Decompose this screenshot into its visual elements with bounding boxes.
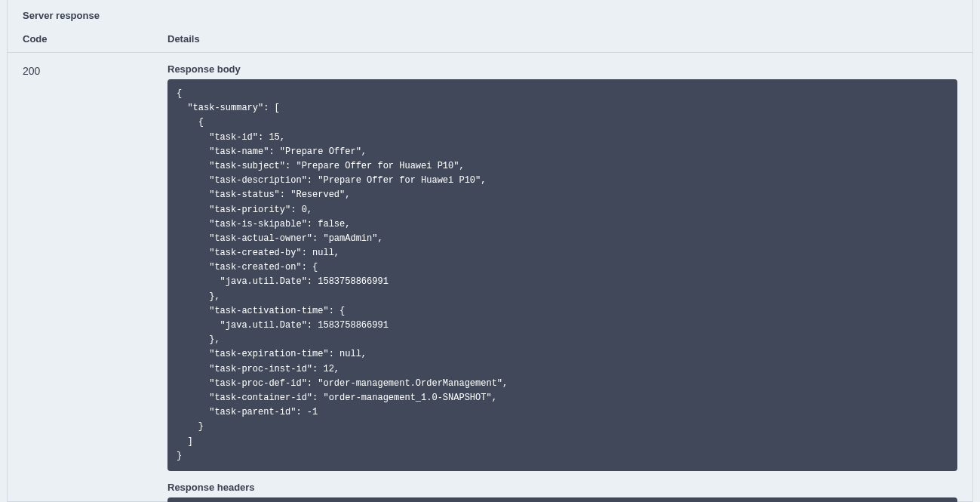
server-response-panel: Server response Code Details 200 Respons… [7, 0, 973, 502]
details-content: Response body { "task-summary": [ { "tas… [167, 63, 957, 502]
response-headers-label: Response headers [167, 482, 957, 493]
response-row: 200 Response body { "task-summary": [ { … [8, 53, 972, 502]
response-body-label: Response body [167, 63, 957, 75]
response-headers-block[interactable]: cache-control: no-cache, no-store, must-… [167, 497, 957, 502]
status-code: 200 [23, 63, 167, 502]
response-body-block[interactable]: { "task-summary": [ { "task-id": 15, "ta… [167, 79, 957, 471]
section-title: Server response [8, 0, 972, 27]
header-details: Details [167, 33, 957, 45]
table-header-row: Code Details [8, 27, 972, 53]
header-code: Code [23, 33, 167, 45]
